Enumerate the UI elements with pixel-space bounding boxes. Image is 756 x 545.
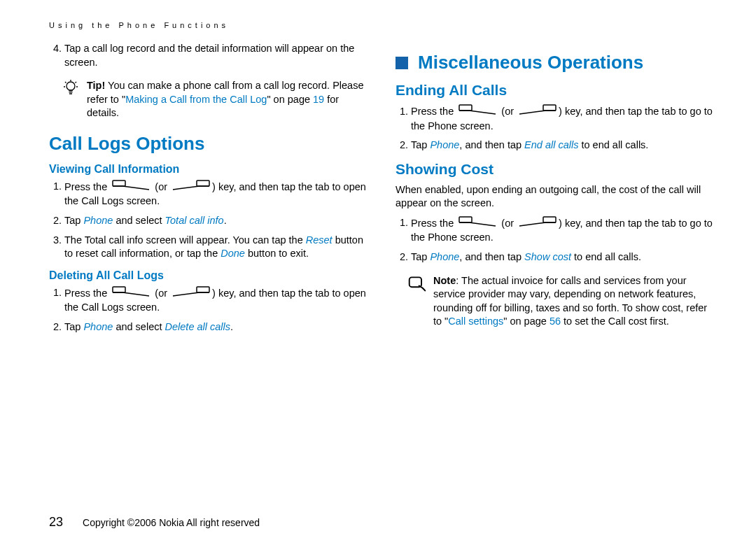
page-number: 23 <box>49 515 63 530</box>
ui-end-all-calls: End all calls <box>524 139 578 150</box>
cost-steps: Press the (or ) key, and then tap the ta… <box>396 216 718 264</box>
ui-total-call-info: Total call info <box>165 215 224 226</box>
subheading-viewing-call-info: Viewing Call Information <box>49 163 371 176</box>
step-text: , and then tap <box>459 139 524 150</box>
copyright-text: Copyright ©2006 Nokia All right reserved <box>83 517 260 528</box>
deleting-steps: Press the (or ) key, and then tap the ta… <box>49 286 371 334</box>
ui-show-cost: Show cost <box>524 251 571 262</box>
svg-rect-8 <box>543 217 556 222</box>
list-item: Tap Phone, and then tap End all calls to… <box>411 139 718 153</box>
softkey-left-icon <box>458 104 496 120</box>
section-heading-call-logs-options: Call Logs Options <box>49 133 371 155</box>
step-text: and select <box>113 215 164 226</box>
step-text: . <box>230 321 233 332</box>
softkey-left-icon <box>112 286 150 302</box>
step-text: Press the <box>411 217 456 228</box>
note-page-link[interactable]: 56 <box>550 316 561 327</box>
tip-link[interactable]: Making a Call from the Call Log <box>125 94 267 105</box>
right-column: Miscellaneous Operations Ending All Call… <box>396 42 718 497</box>
step-text: button to exit. <box>245 248 309 259</box>
note-text: Note: The actual invoice for calls and s… <box>433 274 718 329</box>
svg-point-0 <box>66 82 75 90</box>
softkey-right-icon <box>519 216 556 232</box>
softkey-right-icon <box>519 104 556 120</box>
tip-box: Tip! You can make a phone call from a ca… <box>49 79 371 120</box>
note-text-b: " on page <box>503 316 550 327</box>
softkey-left-icon <box>458 216 496 232</box>
ui-reset: Reset <box>306 234 332 246</box>
tip-page-link[interactable]: 19 <box>313 94 324 105</box>
step-text: Press the <box>411 106 456 117</box>
step-text: to end all calls. <box>571 251 641 262</box>
subheading-ending-all-calls: Ending All Calls <box>396 82 718 99</box>
step-text: Press the <box>64 181 110 192</box>
svg-rect-6 <box>543 105 556 111</box>
tip-label: Tip! <box>87 80 105 91</box>
list-item: The Total call info screen will appear. … <box>64 234 371 261</box>
lightbulb-icon <box>62 79 80 97</box>
subheading-showing-cost: Showing Cost <box>396 161 718 178</box>
content-columns: Tap a call log record and the detail inf… <box>49 42 718 497</box>
section-bullet-icon <box>396 57 408 69</box>
step-text: and select <box>113 321 164 332</box>
ui-delete-all-calls: Delete all calls <box>165 321 231 332</box>
step-text: to end all calls. <box>578 139 648 150</box>
note-text-c: to set the Call cost first. <box>561 316 669 327</box>
svg-rect-2 <box>197 181 209 186</box>
section-heading-text: Miscellaneous Operations <box>418 52 643 73</box>
ui-phone: Phone <box>430 251 459 262</box>
svg-rect-7 <box>459 217 472 222</box>
page-footer: 23 Copyright ©2006 Nokia All right reser… <box>49 497 718 545</box>
running-header: Using the Phone Functions <box>49 21 718 29</box>
step-text: , and then tap <box>459 251 524 262</box>
note-label: Note <box>433 275 456 286</box>
svg-rect-3 <box>113 287 125 292</box>
step-text: Tap <box>64 215 83 226</box>
ending-steps: Press the (or ) key, and then tap the ta… <box>396 104 718 153</box>
step-text: . <box>224 215 227 226</box>
svg-rect-5 <box>459 105 472 111</box>
step-text: Press the <box>64 287 110 298</box>
list-item: Press the (or ) key, and then tap the ta… <box>411 104 718 133</box>
subheading-deleting-all-call-logs: Deleting All Call Logs <box>49 269 371 282</box>
softkey-left-icon <box>112 180 150 195</box>
list-item: Press the (or ) key, and then tap the ta… <box>64 180 371 208</box>
section-heading-misc-operations: Miscellaneous Operations <box>396 52 718 73</box>
ui-phone: Phone <box>430 139 459 150</box>
softkey-right-icon <box>172 286 210 302</box>
list-item: Tap a call log record and the detail inf… <box>64 42 371 69</box>
note-box: Note: The actual invoice for calls and s… <box>396 274 718 329</box>
step-text: Tap <box>411 251 430 262</box>
svg-rect-1 <box>113 181 125 186</box>
list-item: Press the (or ) key, and then tap the ta… <box>64 286 371 315</box>
tip-text-b: " on page <box>267 94 313 105</box>
softkey-right-icon <box>172 180 210 195</box>
left-column: Tap a call log record and the detail inf… <box>49 42 371 497</box>
ui-phone: Phone <box>83 215 113 226</box>
continued-list: Tap a call log record and the detail inf… <box>49 42 371 69</box>
ui-phone: Phone <box>83 321 113 332</box>
list-item: Tap Phone, and then tap Show cost to end… <box>411 250 718 264</box>
svg-rect-4 <box>197 287 209 292</box>
list-item: Tap Phone and select Total call info. <box>64 214 371 228</box>
step-text: (or <box>498 106 517 117</box>
list-item: Tap Phone and select Delete all calls. <box>64 320 371 334</box>
note-link[interactable]: Call settings <box>448 316 503 327</box>
step-text: (or <box>152 287 170 298</box>
step-text: Tap <box>64 321 83 332</box>
viewing-steps: Press the (or ) key, and then tap the ta… <box>49 180 371 261</box>
ui-done: Done <box>220 248 245 259</box>
step-text: (or <box>152 181 170 192</box>
step-text: Tap <box>411 139 430 150</box>
step-text: (or <box>498 217 517 228</box>
tip-text: Tip! You can make a phone call from a ca… <box>87 79 371 120</box>
note-icon <box>408 274 426 292</box>
step-text: The Total call info screen will appear. … <box>64 234 306 246</box>
list-item: Press the (or ) key, and then tap the ta… <box>411 216 718 245</box>
cost-intro: When enabled, upon ending an outgoing ca… <box>396 183 718 211</box>
